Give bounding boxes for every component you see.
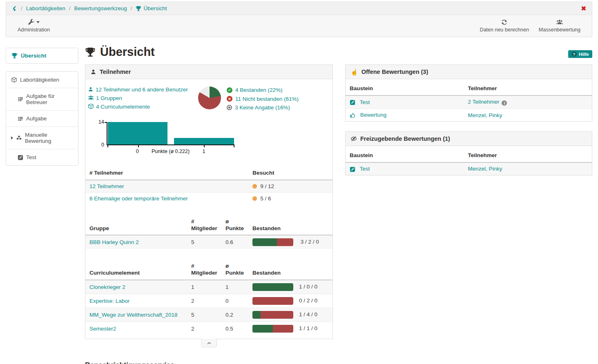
table-row: Bewertung Menzel, Pinky (346, 109, 592, 121)
help-button[interactable]: ? Hilfe (568, 50, 592, 58)
administration-button[interactable]: Administration (13, 18, 55, 33)
open-ratings-panel: ☝ Offene Bewertungen (3) Baustein Teilne… (345, 64, 592, 122)
points-value: 0.6 (221, 235, 248, 249)
list-icon (18, 116, 23, 122)
toolbar: Administration Daten neu berechnen Masse… (6, 15, 592, 37)
trophy-icon (85, 47, 96, 58)
pass-pie-chart (198, 87, 221, 109)
open-ratings-table: Baustein Teilnehmer Test (346, 79, 592, 121)
members-value: 1 (187, 280, 221, 294)
baustein-link[interactable]: Test (360, 166, 370, 172)
list-icon (18, 96, 23, 102)
passed-ratio: 3 / 2 / 0 (301, 239, 319, 245)
mass-rating-label: Massenbewertung (539, 27, 580, 33)
x-tick (107, 145, 108, 147)
members-value: 5 (187, 235, 221, 249)
baustein-link[interactable]: Test (360, 99, 370, 105)
participants-row-link[interactable]: 12 Teilnehmer (89, 183, 124, 189)
column-header-baustein: Baustein (346, 79, 464, 95)
points-value: 1 (221, 280, 248, 294)
refresh-icon (501, 19, 508, 26)
bar-points-1 (174, 138, 234, 144)
info-icon[interactable]: i (502, 100, 507, 106)
former-participants-row-link[interactable]: 6 Ehemalige oder temporäre Teilnehmer (89, 195, 188, 202)
table-row: Clonekrieger 2 1 1 1 / 0 / 0 (85, 280, 332, 294)
curriculum-link[interactable]: Semester2 (89, 326, 116, 332)
legend-passed-link[interactable]: 4 Bestanden (22%) (235, 86, 283, 95)
legend-failed-link[interactable]: 11 Nicht bestanden (61%) (235, 95, 299, 104)
top-bar: / Labortätigkeiten / Bewertungswerkzeug … (6, 2, 592, 37)
sidebar-item-manuelle-bewertung[interactable]: Manuelle Bewertung (6, 127, 78, 149)
table-row: Semester2 2 0.5 1 / 1 / 0 (85, 322, 332, 336)
caret-right-icon[interactable] (11, 136, 13, 140)
dot-circle-icon (227, 105, 232, 110)
sidebar-item-label: Manuelle Bewertung (25, 132, 75, 144)
points-value: 0.2 (221, 308, 248, 322)
baustein-link[interactable]: Bewertung (360, 112, 387, 118)
back-icon[interactable] (12, 6, 17, 11)
passed-progress-bar (252, 297, 293, 305)
participants-count-link[interactable]: 12 Teilnehmer und 6 andere Benutzer (88, 86, 189, 94)
curriculum-count-link[interactable]: 4 Curriculumelemente (88, 103, 189, 111)
y-axis-label-min: 0 (94, 142, 104, 148)
mass-rating-button[interactable]: Massenbewertung (534, 18, 585, 33)
sidebar-item-aufgabe[interactable]: Aufgabe (6, 111, 78, 127)
curriculum-table: Curriculumelement #Mitglieder øPunkte Be… (85, 260, 332, 335)
passed-progress-bar (252, 325, 293, 333)
curriculum-link[interactable]: Clonekrieger 2 (89, 284, 125, 290)
sidebar-item-test[interactable]: Test (6, 149, 78, 165)
legend-none-link[interactable]: 3 Keine Angabe (16%) (235, 103, 290, 112)
column-header-teilnehmer: Teilnehmer (464, 79, 592, 95)
teilnehmer-link[interactable]: Menzel, Pinky (468, 166, 502, 172)
visited-value: 9 / 12 (260, 183, 274, 189)
x-tick (138, 145, 139, 147)
column-header-mitglieder: #Mitglieder (187, 215, 221, 235)
cube-icon (88, 103, 94, 109)
group-link[interactable]: BBB Harley Quinn 2 (89, 239, 139, 245)
trophy-icon (136, 6, 141, 11)
breadcrumb-uebersicht[interactable]: Übersicht (136, 5, 167, 11)
participants-panel: Teilnehmer 12 Teilnehmer und 6 andere Be… (85, 64, 333, 339)
trophy-icon (11, 53, 18, 59)
participants-panel-title: Teilnehmer (100, 69, 131, 75)
groups-count-link[interactable]: 1 Gruppen (88, 94, 189, 103)
table-row: 6 Ehemalige oder temporäre Teilnehmer 5 … (85, 192, 332, 204)
points-value: 0.5 (221, 322, 248, 336)
teilnehmer-link[interactable]: Menzel, Pinky (468, 112, 502, 118)
release-ratings-header: Freizugebende Bewertungen (1) (346, 132, 592, 146)
breadcrumb-labortaetigkeiten[interactable]: Labortätigkeiten (26, 5, 65, 11)
participants-stats: 12 Teilnehmer und 6 andere Benutzer 1 Gr… (85, 79, 332, 114)
teilnehmer-link[interactable]: 2 Teilnehmer (468, 99, 499, 105)
sidebar-item-uebersicht[interactable]: Übersicht (6, 48, 78, 64)
caret-down-icon (36, 21, 40, 23)
breadcrumb-uebersicht-label: Übersicht (143, 5, 167, 11)
sidebar-item-aufgabe-fuer-betreuer[interactable]: Aufgabe für Betreuer (6, 88, 78, 111)
legend-failed: ✕ 11 Nicht bestanden (61%) (227, 95, 299, 104)
cubes-icon (16, 135, 22, 141)
curriculum-link[interactable]: Expertise: Labor (89, 298, 129, 304)
open-ratings-header: ☝ Offene Bewertungen (3) (346, 65, 592, 79)
release-ratings-panel: Freizugebende Bewertungen (1) Baustein T… (345, 131, 592, 175)
recalculate-button[interactable]: Daten neu berechnen (475, 18, 534, 33)
visits-table: # Teilnehmer Besucht 12 Teilnehmer 9 / 1… (85, 166, 332, 204)
close-icon[interactable]: ✖ (581, 5, 586, 11)
cube-icon (11, 77, 17, 83)
y-tick (105, 122, 107, 123)
curriculum-link[interactable]: MM_Wege zur Weltherrschaft_2018 (89, 312, 178, 318)
breadcrumb-separator: / (21, 5, 22, 11)
chevron-up-icon (206, 341, 212, 346)
x-tick-label-0: 0 (136, 149, 139, 154)
collapse-panel-button[interactable] (201, 339, 217, 347)
passed-ratio: 0 / 2 / 0 (299, 297, 317, 304)
group-table: Gruppe #Mitglieder øPunkte Bestanden BBB… (85, 215, 332, 249)
breadcrumb-bewertungswerkzeug[interactable]: Bewertungswerkzeug (74, 5, 127, 11)
sidebar-item-labortaetigkeiten[interactable]: Labortätigkeiten (6, 72, 78, 88)
breadcrumb: / Labortätigkeiten / Bewertungswerkzeug … (6, 2, 592, 15)
passed-ratio: 1 / 4 / 0 (299, 311, 317, 317)
x-tick (234, 145, 234, 147)
column-header-curriculumelement: Curriculumelement (85, 260, 187, 280)
question-icon: ? (571, 51, 577, 57)
points-value: 0 (221, 294, 248, 308)
sidebar-item-label: Aufgabe (26, 115, 47, 122)
column-header-bestanden: Bestanden (248, 260, 332, 280)
